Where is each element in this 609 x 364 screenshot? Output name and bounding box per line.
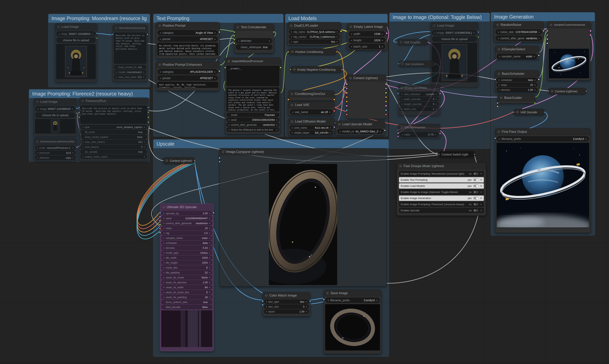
combo-left-arrow[interactable]: ◂ [291,30,292,33]
combo-right-arrow[interactable]: ▸ [330,126,331,129]
slot-dot[interactable] [233,39,235,41]
combo-right-arrow[interactable]: ▸ [306,305,307,308]
node-get-resolution[interactable]: Get resolution [398,61,436,67]
widget-row[interactable]: ◂modelmicrosoft/Florence-2-base▸ [35,146,76,150]
group-moondream-header[interactable]: Image Prompting: Moondream (resource lig… [48,14,150,23]
slot-dot[interactable] [212,212,215,214]
slot-dot[interactable] [546,30,548,32]
muter-group-row[interactable]: Enable Image Prompting: Moondream (resou… [399,171,484,176]
combo-right-arrow[interactable]: ▸ [276,118,278,121]
slot-dot[interactable] [585,90,587,92]
widget-row[interactable]: ◂seam_fix_padding16▸ [161,295,212,299]
node-titlebar[interactable]: Load Image [431,22,478,29]
slot-dot[interactable] [534,102,536,104]
combo-right-arrow[interactable]: ▸ [330,131,331,134]
muter-toggle[interactable] [473,191,478,193]
node-context-switch[interactable]: Context Switch (rgth [439,151,475,157]
slot-dot[interactable] [262,304,264,306]
node-titlebar[interactable]: SamplerCustomAdvanced [547,22,590,28]
widget-row[interactable]: ◂image00007-1043880358.jpg▸ [56,31,95,37]
combo-left-arrow[interactable]: ◂ [401,103,402,105]
slot-dot[interactable] [76,112,78,114]
combo-left-arrow[interactable]: ◂ [228,123,229,126]
combo-left-arrow[interactable]: ◂ [351,45,352,48]
combo-left-arrow[interactable]: ◂ [163,222,164,224]
widget-row[interactable]: ◂steps20▸ [496,83,538,87]
widget-row[interactable]: ◂precisionfp16▸ [35,151,76,155]
slot-dot[interactable] [385,105,387,107]
collapse-dot[interactable] [400,41,402,43]
widget-row[interactable]: ◂keep_model_loadedtrue▸ [114,65,146,69]
combo-right-arrow[interactable]: ▸ [144,141,145,143]
muter-toggle[interactable] [473,203,478,206]
slot-dot[interactable] [147,116,149,118]
combo-right-arrow[interactable]: ▸ [330,111,331,113]
combo-left-arrow[interactable]: ◂ [499,55,500,58]
collapse-dot[interactable] [290,25,292,27]
node-titlebar[interactable]: Ultimate SD Upscale [160,204,213,210]
node-download-florence2-model[interactable]: DownloadAndLoadFlorence2Model ◂modelmicr… [34,138,77,161]
combo-left-arrow[interactable]: ◂ [291,131,292,134]
widget-row[interactable]: ◂seam_fix_width64▸ [161,285,212,289]
combo-left-arrow[interactable]: ◂ [163,266,164,269]
combo-left-arrow[interactable]: ◂ [160,70,161,73]
slot-dot[interactable] [159,216,161,218]
combo-left-arrow[interactable]: ◂ [402,133,403,136]
combo-right-arrow[interactable]: ▸ [209,227,211,229]
combo-left-arrow[interactable]: ◂ [163,227,164,229]
combo-right-arrow[interactable]: ▸ [276,123,278,126]
combo-left-arrow[interactable]: ◂ [266,300,267,303]
node-context-rgthree-load-models[interactable]: Context (rgthree) [347,75,386,119]
slot-dot[interactable] [159,220,161,222]
combo-left-arrow[interactable]: ◂ [37,151,38,154]
combo-left-arrow[interactable]: ◂ [37,146,38,149]
widget-row[interactable]: ◂filename_prefixComfyUI▸ [325,298,380,303]
slot-dot[interactable] [538,54,540,56]
collapse-dot[interactable] [349,77,352,79]
slot-dot[interactable] [147,121,149,123]
widget-row[interactable]: ◂image00007-1043880358.jpg▸ [35,106,75,111]
slot-dot[interactable] [397,92,399,95]
slot-dot[interactable] [397,41,398,43]
slot-dot[interactable] [385,83,387,85]
slot-dot[interactable] [346,92,348,94]
combo-left-arrow[interactable]: ◂ [163,256,164,259]
slot-dot[interactable] [76,107,78,109]
combo-left-arrow[interactable]: ◂ [82,126,83,129]
slot-dot[interactable] [385,92,387,94]
combo-right-arrow[interactable]: ▸ [143,71,145,73]
slot-dot[interactable] [496,105,499,107]
collapse-dot[interactable] [36,101,39,103]
widget-row[interactable]: ◂keep_model_loadedfalse▸ [80,135,147,139]
widget-row[interactable]: ◂seam_fix_mask_blur8▸ [161,290,212,294]
slot-dot[interactable] [340,30,342,32]
combo-right-arrow[interactable]: ▸ [534,55,535,58]
combo-right-arrow[interactable]: ▸ [209,236,211,239]
slot-dot[interactable] [96,37,98,39]
node-titlebar[interactable]: Load Diffusion Model [288,118,334,125]
widget-row[interactable]: ◂model_name4x_NMKD-Siax_200k.pth▸ [337,129,383,134]
slot-dot[interactable] [346,96,348,98]
slot-dot[interactable] [262,300,264,302]
combo-left-arrow[interactable]: ◂ [401,98,402,100]
widget-row[interactable]: ◂preset#PRESET▸ [158,75,218,81]
combo-left-arrow[interactable]: ◂ [163,281,164,284]
combo-right-arrow[interactable]: ▸ [209,276,211,279]
combo-right-arrow[interactable]: ▸ [209,271,211,274]
widget-row[interactable]: ◂batch_size1▸ [399,107,439,111]
collapse-dot[interactable] [228,60,230,62]
combo-left-arrow[interactable]: ◂ [498,31,499,33]
node-load-image-img2img[interactable]: Load Image ◂image00007-1043880358.jpg▸ ◂… [430,22,478,87]
slot-dot[interactable] [346,105,348,107]
combo-right-arrow[interactable]: ▸ [209,281,211,284]
node-vae-encode[interactable]: VAE Encode [397,39,428,45]
combo-left-arrow[interactable]: ◂ [116,71,117,73]
slot-dot[interactable] [496,102,499,104]
combo-left-arrow[interactable]: ◂ [401,93,402,95]
widget-row[interactable]: ◂clip_name1CLIPt5xxl_fp16.safetensors▸ [289,30,340,34]
slot-dot[interactable] [544,111,545,113]
combo-left-arrow[interactable]: ◂ [401,107,402,110]
muter-group-row[interactable]: Enable Image Generationyes➤ [399,195,484,201]
combo-left-arrow[interactable]: ◂ [160,31,161,34]
widget-row[interactable]: ◂clean_whitespacetrue▸ [236,44,272,50]
